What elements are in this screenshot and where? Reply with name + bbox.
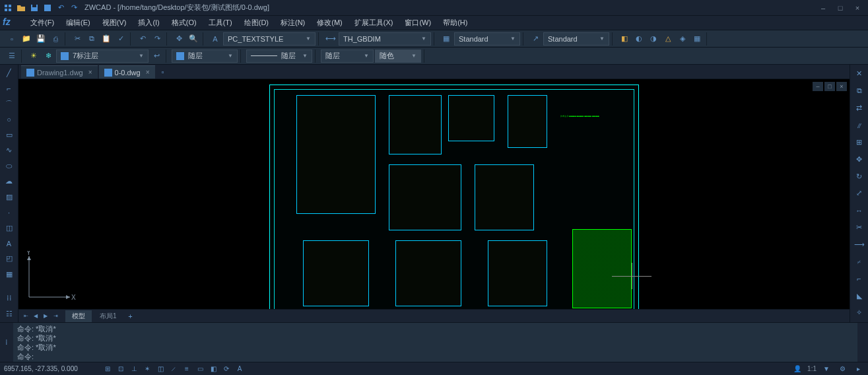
menu-window[interactable]: 窗口(W): [399, 17, 436, 29]
leaderstyle-icon[interactable]: ↗: [529, 32, 542, 46]
erase-icon[interactable]: ✕: [853, 67, 866, 81]
tb-icon-4[interactable]: △: [661, 32, 675, 46]
close-tab-icon[interactable]: ×: [146, 69, 150, 76]
stretch-icon[interactable]: ↔: [853, 204, 866, 217]
save-icon[interactable]: [29, 3, 40, 13]
array-icon[interactable]: ⊞: [853, 135, 866, 149]
chevron-down-icon[interactable]: ▼: [820, 364, 832, 374]
open-file-icon[interactable]: 📁: [20, 32, 33, 46]
menu-view[interactable]: 视图(V): [97, 17, 132, 29]
offset-icon[interactable]: ⫽: [853, 119, 866, 132]
polar-icon[interactable]: ✶: [141, 364, 153, 374]
vp-minimize-icon[interactable]: –: [813, 82, 823, 91]
maximize-button[interactable]: □: [832, 2, 848, 14]
spline-icon[interactable]: ∿: [3, 145, 16, 156]
fillet-icon[interactable]: ⌐: [853, 272, 866, 285]
app-menu-icon[interactable]: [3, 3, 13, 13]
layout-first-icon[interactable]: ⇤: [21, 311, 30, 322]
copy-icon[interactable]: ⧉: [85, 32, 98, 46]
arc-icon[interactable]: ⌒: [3, 98, 16, 110]
region-icon[interactable]: ◰: [3, 253, 16, 264]
vp-restore-icon[interactable]: □: [824, 82, 835, 91]
menu-file[interactable]: 文件(F): [25, 17, 59, 29]
textstyle-icon[interactable]: A: [209, 32, 222, 46]
cmd-prompt[interactable]: 命令:: [17, 352, 853, 361]
osnap-icon[interactable]: ◫: [154, 364, 166, 374]
linetype-dropdown[interactable]: 随层 ▼: [172, 50, 238, 63]
chamfer-icon[interactable]: ◣: [853, 289, 866, 302]
pan-icon[interactable]: ✥: [172, 32, 185, 46]
zoom-icon[interactable]: 🔍: [187, 32, 200, 46]
command-history[interactable]: 命令: *取消* 命令: *取消* 命令: *取消* 命令:: [13, 323, 857, 362]
cloud-icon[interactable]: ☁: [3, 176, 16, 187]
tb-icon-2[interactable]: ◐: [632, 32, 646, 46]
lineweight-dropdown[interactable]: 随层 ▼: [246, 50, 312, 63]
print-icon[interactable]: ⎙: [49, 32, 62, 46]
redo-btn-icon[interactable]: ↷: [150, 32, 164, 46]
point-icon[interactable]: ·: [3, 207, 16, 218]
dimstyle-icon[interactable]: ⟷: [324, 32, 337, 46]
layer-freeze-icon[interactable]: ❄: [42, 50, 55, 63]
new-icon[interactable]: ▫: [5, 32, 18, 46]
rectangle-icon[interactable]: ▭: [3, 129, 16, 141]
model-icon[interactable]: ◧: [207, 364, 219, 374]
tab-layout1[interactable]: 布局1: [93, 310, 123, 322]
layer-prev-icon[interactable]: ↩: [150, 50, 163, 63]
overflow-icon[interactable]: ▸: [852, 364, 864, 374]
vp-close-icon[interactable]: ×: [836, 82, 847, 91]
scale-value[interactable]: 1:1: [807, 365, 817, 372]
text-icon[interactable]: A: [3, 238, 16, 249]
cmd-handle-icon[interactable]: ⁞: [0, 323, 13, 362]
properties-icon[interactable]: ☷: [3, 308, 16, 320]
coordinates[interactable]: 6957.165, -27.335, 0.000: [4, 365, 96, 372]
menu-modify[interactable]: 修改(M): [312, 17, 348, 29]
explode-icon[interactable]: ✧: [853, 306, 866, 320]
dyn-icon[interactable]: ▭: [194, 364, 206, 374]
layout-last-icon[interactable]: ⇥: [51, 311, 60, 322]
drawing-viewport[interactable]: – □ × 技术要求 ■■■■■■ ■■■■■■ ■■■■■■ ■■■■■■: [18, 79, 850, 309]
tb-icon-3[interactable]: ◑: [647, 32, 660, 46]
leaderstyle-dropdown[interactable]: Standard ▼: [543, 32, 609, 46]
color-dropdown[interactable]: 随层 ▼: [321, 50, 374, 63]
menu-format[interactable]: 格式(O): [166, 17, 202, 29]
layer-dropdown[interactable]: 7标注层 ▼: [56, 50, 149, 63]
circle-icon[interactable]: ○: [3, 114, 16, 125]
cmd-scrollbar[interactable]: [857, 323, 868, 362]
tab-model[interactable]: 模型: [65, 310, 92, 322]
menu-dimension[interactable]: 标注(N): [275, 17, 310, 29]
ortho-icon[interactable]: ⊥: [128, 364, 140, 374]
tb-icon-6[interactable]: ▦: [690, 32, 704, 46]
close-tab-icon[interactable]: ×: [88, 69, 92, 76]
save-file-icon[interactable]: 💾: [34, 32, 48, 46]
scale-icon[interactable]: ⤢: [853, 187, 866, 200]
dimstyle-dropdown[interactable]: TH_GBDIM ▼: [339, 32, 431, 46]
layout-prev-icon[interactable]: ◀: [31, 311, 40, 322]
menu-insert[interactable]: 插入(I): [133, 17, 164, 29]
layer-state-icon[interactable]: ☀: [27, 50, 40, 63]
open-icon[interactable]: [16, 3, 26, 13]
lweight-icon[interactable]: ≡: [181, 364, 193, 374]
block-icon[interactable]: ◫: [3, 222, 16, 233]
layout-next-icon[interactable]: ▶: [41, 311, 50, 322]
doc-tab-drawing1[interactable]: Drawing1.dwg ×: [21, 65, 98, 79]
tb-icon-1[interactable]: ◧: [618, 32, 631, 46]
settings-icon[interactable]: ⚙: [836, 364, 848, 374]
cycle-icon[interactable]: ⟳: [220, 364, 232, 374]
plot-color-dropdown[interactable]: 随色 ▼: [375, 50, 421, 63]
tablestyle-dropdown[interactable]: Standard ▼: [454, 32, 520, 46]
close-button[interactable]: ×: [850, 2, 865, 14]
layer-manager-icon[interactable]: ☰: [5, 50, 18, 63]
redo-icon[interactable]: ↷: [69, 3, 79, 13]
tablestyle-icon[interactable]: ▦: [440, 32, 453, 46]
hatch-icon[interactable]: ▨: [3, 191, 16, 203]
tb-icon-5[interactable]: ◈: [676, 32, 689, 46]
move-icon[interactable]: ✥: [853, 153, 866, 166]
copy-obj-icon[interactable]: ⧉: [853, 85, 866, 98]
snap-mode-icon[interactable]: ⊡: [115, 364, 127, 374]
polyline-icon[interactable]: ⌐: [3, 83, 16, 94]
otrack-icon[interactable]: ⟋: [168, 364, 180, 374]
move-grip-icon[interactable]: ⁞⁞: [3, 292, 16, 304]
menu-tools[interactable]: 工具(T): [203, 17, 238, 29]
ellipse-icon[interactable]: ⬭: [3, 160, 16, 172]
paste-icon[interactable]: 📋: [100, 32, 113, 46]
